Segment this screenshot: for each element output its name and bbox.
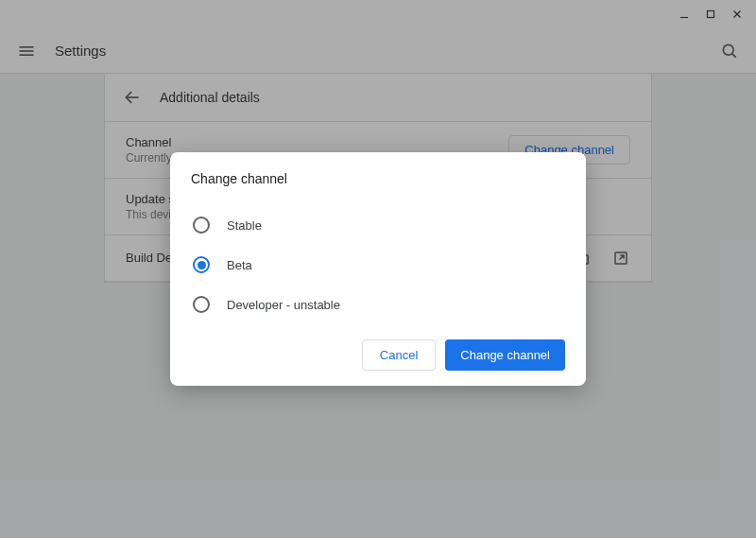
radio-option-beta[interactable]: Beta: [191, 245, 565, 285]
radio-icon-selected: [193, 256, 210, 273]
radio-label: Beta: [227, 258, 252, 272]
modal-overlay[interactable]: Change channel Stable Beta Developer - u…: [0, 0, 756, 538]
radio-label: Stable: [227, 218, 262, 233]
radio-option-developer[interactable]: Developer - unstable: [191, 285, 565, 324]
change-channel-dialog: Change channel Stable Beta Developer - u…: [170, 152, 586, 386]
radio-label: Developer - unstable: [227, 298, 340, 312]
radio-icon: [193, 217, 210, 234]
radio-option-stable[interactable]: Stable: [191, 205, 565, 245]
cancel-button[interactable]: Cancel: [362, 339, 436, 371]
radio-icon: [193, 296, 210, 313]
channel-radio-group: Stable Beta Developer - unstable: [191, 205, 565, 324]
radio-dot: [198, 261, 206, 269]
confirm-change-channel-button[interactable]: Change channel: [445, 339, 565, 371]
dialog-actions: Cancel Change channel: [191, 339, 565, 371]
dialog-title: Change channel: [191, 171, 565, 186]
